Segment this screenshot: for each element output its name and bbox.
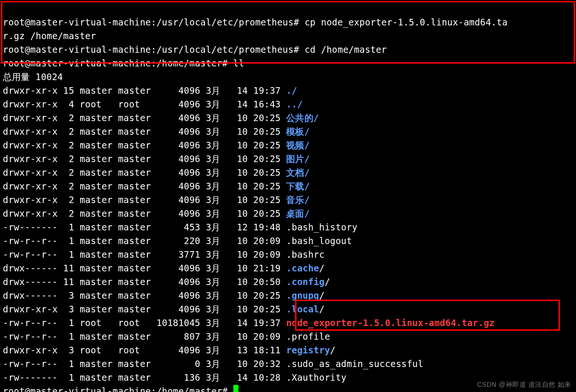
list-row: drwxr-xr-x 3 master master 4096 3月 10 20… [3, 304, 325, 314]
command-text: cp node_exporter-1.5.0.linux-amd64.ta [304, 17, 508, 27]
list-row: drwxr-xr-x 2 master master 4096 3月 10 20… [3, 126, 310, 137]
list-row: -rw-r--r-- 1 root root 10181045 3月 14 19… [3, 318, 494, 328]
prompt-line-4: root@master-virtual-machine:/home/master… [3, 386, 233, 392]
list-row: drwxr-xr-x 2 master master 4096 3月 10 20… [3, 195, 310, 205]
list-row: -rw-r--r-- 1 master master 3771 3月 10 20… [3, 249, 325, 260]
list-row: -rw-r--r-- 1 master master 220 3月 10 20:… [3, 236, 352, 246]
prompt-line-1: root@master-virtual-machine:/usr/local/e… [3, 17, 508, 27]
list-row: drwxr-xr-x 2 master master 4096 3月 10 20… [3, 154, 310, 164]
command-text: ll [233, 58, 244, 68]
file-listing: drwxr-xr-x 15 master master 4096 3月 14 1… [3, 84, 573, 384]
total-line: 总用量 10024 [3, 72, 63, 82]
terminal[interactable]: root@master-virtual-machine:/usr/local/e… [0, 0, 576, 392]
list-row: drwx------ 11 master master 4096 3月 10 2… [3, 277, 330, 287]
list-row: drwxr-xr-x 2 master master 4096 3月 10 20… [3, 113, 319, 123]
list-row: -rw------- 1 master master 136 3月 14 10:… [3, 372, 346, 383]
prompt-userhost: root@master-virtual-machine [3, 17, 151, 27]
prompt-line-1-cont: r.gz /home/master [3, 31, 96, 41]
cursor [233, 385, 239, 392]
watermark: CSDN @神即道 道法自然 如来 [477, 381, 571, 389]
list-row: -rw------- 1 master master 453 3月 12 19:… [3, 222, 357, 232]
list-row: drwxr-xr-x 3 root root 4096 3月 13 18:11 … [3, 345, 336, 355]
list-row: -rw-r--r-- 1 master master 807 3月 10 20:… [3, 331, 330, 342]
list-row: drwxr-xr-x 2 master master 4096 3月 10 20… [3, 208, 310, 219]
prompt-path: /usr/local/etc/prometheus [156, 17, 294, 27]
list-row: drwx------ 3 master master 4096 3月 10 20… [3, 290, 325, 301]
list-row: -rw-r--r-- 1 master master 0 3月 10 20:32… [3, 359, 423, 369]
list-row: drwxr-xr-x 4 root root 4096 3月 14 16:43 … [3, 99, 303, 109]
list-row: drwxr-xr-x 2 master master 4096 3月 10 20… [3, 140, 310, 150]
list-row: drwx------ 11 master master 4096 3月 10 2… [3, 263, 325, 273]
prompt-line-3: root@master-virtual-machine:/home/master… [3, 58, 244, 68]
list-row: drwxr-xr-x 15 master master 4096 3月 14 1… [3, 85, 297, 96]
list-row: drwxr-xr-x 2 master master 4096 3月 10 20… [3, 167, 310, 178]
list-row: drwxr-xr-x 2 master master 4096 3月 10 20… [3, 181, 310, 191]
prompt-line-2: root@master-virtual-machine:/usr/local/e… [3, 44, 387, 55]
command-text: cd /home/master [304, 44, 387, 55]
